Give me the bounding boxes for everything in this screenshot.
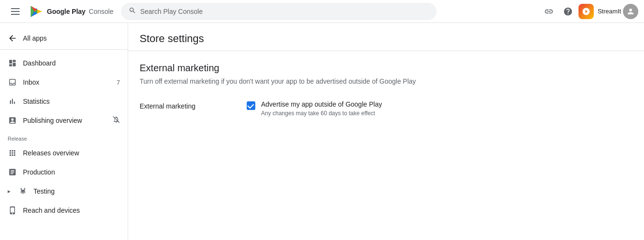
sidebar-item-dashboard-label: Dashboard xyxy=(23,59,120,67)
sidebar-item-releases-label: Releases overview xyxy=(23,149,120,157)
releases-icon xyxy=(8,148,17,158)
all-apps-label: All apps xyxy=(23,34,47,42)
logo-icon xyxy=(29,4,44,19)
sidebar-item-production-label: Production xyxy=(23,168,120,176)
external-marketing-field-row: External marketing Advertise my app outs… xyxy=(140,97,633,120)
hamburger-icon xyxy=(11,8,20,15)
statistics-icon xyxy=(8,97,17,106)
page-title: Store settings xyxy=(140,33,633,45)
main-layout: All apps Dashboard Inbox 7 Statistics xyxy=(0,23,644,240)
publishing-notification-icon xyxy=(112,116,120,125)
header-right: StreamIt xyxy=(540,3,638,20)
checkbox-main-text: Advertise my app outside of Google Play xyxy=(261,100,382,108)
reach-icon xyxy=(8,206,17,215)
top-header: Google Play Console Search Play Console … xyxy=(0,0,644,23)
content-section: External marketing Turn off external mar… xyxy=(128,51,644,132)
field-label: External marketing xyxy=(140,100,235,110)
sidebar-item-production[interactable]: Production xyxy=(0,163,128,182)
section-heading: External marketing xyxy=(140,63,633,74)
search-bar[interactable]: Search Play Console xyxy=(121,3,437,20)
checkbox-text-wrap: Advertise my app outside of Google Play … xyxy=(261,100,382,117)
page-title-bar: Store settings xyxy=(128,23,644,51)
logo-area: Google Play Console xyxy=(29,4,113,19)
user-avatar[interactable] xyxy=(623,4,638,19)
help-button[interactable] xyxy=(559,3,577,20)
main-content: Store settings External marketing Turn o… xyxy=(128,23,644,240)
sidebar: All apps Dashboard Inbox 7 Statistics xyxy=(0,23,128,240)
sidebar-item-statistics-label: Statistics xyxy=(23,98,120,105)
advertise-checkbox[interactable] xyxy=(247,101,255,110)
sidebar-item-inbox-label: Inbox xyxy=(23,78,105,86)
publishing-icon xyxy=(8,116,17,125)
testing-expand-icon: ▸ xyxy=(8,188,11,195)
checkbox-wrap[interactable] xyxy=(247,100,255,110)
link-button[interactable] xyxy=(540,3,557,20)
release-section-label: Release xyxy=(0,130,128,143)
inbox-badge: 7 xyxy=(110,79,120,86)
section-description: Turn off external marketing if you don't… xyxy=(140,77,633,85)
app-avatar[interactable] xyxy=(579,4,594,19)
checkbox-sub-text: Any changes may take 60 days to take eff… xyxy=(261,110,382,117)
menu-button[interactable] xyxy=(6,2,25,21)
checkbox-area: Advertise my app outside of Google Play … xyxy=(247,100,382,117)
all-apps-button[interactable]: All apps xyxy=(0,27,128,50)
app-name-label: StreamIt xyxy=(598,8,621,15)
search-placeholder-text: Search Play Console xyxy=(140,8,203,15)
sidebar-item-testing-label: Testing xyxy=(33,187,120,195)
back-arrow-icon xyxy=(8,33,17,43)
sidebar-item-statistics[interactable]: Statistics xyxy=(0,92,128,111)
search-icon xyxy=(129,7,136,16)
sidebar-item-reach-and-devices[interactable]: Reach and devices xyxy=(0,201,128,220)
sidebar-item-releases-overview[interactable]: Releases overview xyxy=(0,143,128,163)
testing-icon xyxy=(18,186,28,196)
sidebar-item-reach-label: Reach and devices xyxy=(23,207,120,214)
dashboard-icon xyxy=(8,58,17,68)
sidebar-item-publishing-label: Publishing overview xyxy=(23,117,107,124)
logo-text: Google Play Console xyxy=(47,8,113,15)
sidebar-item-inbox[interactable]: Inbox 7 xyxy=(0,73,128,92)
sidebar-item-testing[interactable]: ▸ Testing xyxy=(0,182,128,201)
production-icon xyxy=(8,167,17,177)
sidebar-item-publishing-overview[interactable]: Publishing overview xyxy=(0,111,128,130)
inbox-icon xyxy=(8,77,17,87)
sidebar-item-dashboard[interactable]: Dashboard xyxy=(0,54,128,73)
